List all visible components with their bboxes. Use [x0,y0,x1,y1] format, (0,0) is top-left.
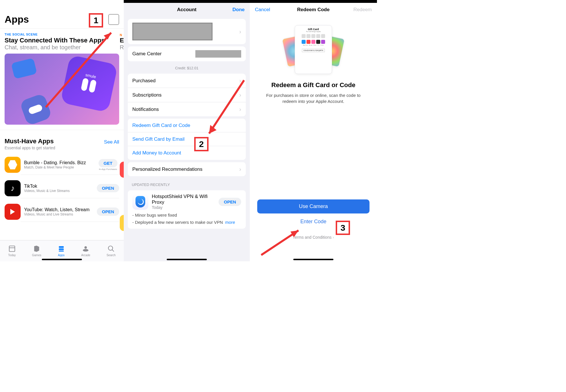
tab-search[interactable]: Search [107,245,116,257]
svg-line-0 [46,33,111,107]
next-featured-peek: N E R [120,33,124,51]
apple-id-cell[interactable]: › [128,19,246,44]
see-all-link[interactable]: See All [104,139,119,145]
modal-title: Redeem Code [297,7,329,13]
svg-rect-5 [59,248,64,250]
tab-arcade[interactable]: Arcade [81,245,90,257]
changelog-line: - Minor bugs were fixed [128,211,246,219]
section-subtitle: Essential apps to get started [0,145,124,153]
app-row-tiktok[interactable]: ♪ TikTok Videos, Music & Live Streams OP… [0,177,124,200]
redacted-nickname [195,50,241,58]
apps-tab-screen: Apps 1 THE SOCIAL SCENE Stay Connected W… [0,0,124,261]
open-button[interactable]: OPEN [219,198,241,206]
svg-rect-6 [59,251,64,252]
redeem-button-disabled: Redeem [353,7,372,13]
chevron-right-icon: › [239,28,241,35]
update-row-hotspotshield[interactable]: HotspotShield VPN & Wifi Proxy Today OPE… [128,190,246,211]
home-indicator[interactable] [167,259,207,260]
svg-point-7 [83,249,89,252]
home-indicator[interactable] [42,259,82,260]
bumble-icon [5,157,21,173]
svg-rect-2 [9,246,15,252]
step-marker-2: 2 [194,137,209,151]
add-money-cell[interactable]: Add Money to Account [128,146,246,160]
page-title: Apps [5,14,29,25]
account-avatar-button[interactable] [108,14,119,25]
credit-balance: Credit: $12.01 [124,64,250,71]
redeem-heading: Redeem a Gift Card or Code [250,81,377,89]
sample-code: YDVZVXWYLYDXQRTK [302,49,325,52]
personalized-recs-cell[interactable]: Personalized Recommendations› [128,162,246,176]
youtube-icon [5,204,21,220]
tiktok-icon: ♪ [5,180,21,196]
cancel-button[interactable]: Cancel [255,7,270,13]
chevron-right-icon: › [333,235,334,240]
get-button[interactable]: GET [99,159,118,167]
modal-title: Account [177,7,196,13]
tab-games[interactable]: Games [32,245,41,257]
home-indicator[interactable] [293,259,333,260]
svg-point-8 [84,246,87,249]
svg-rect-4 [59,246,64,248]
step-marker-3: 3 [336,221,350,235]
bottom-tab-bar: Today Games Apps Arcade Search [0,240,124,261]
app-row-peek [120,215,124,231]
zoom-app-icon [11,58,37,79]
tab-today[interactable]: Today [8,245,16,257]
tab-apps[interactable]: Apps [58,245,65,257]
app-row-peek [120,162,124,178]
chevron-right-icon: › [239,166,241,173]
step-marker-1: 1 [89,13,103,28]
game-center-cell[interactable]: Game Center [128,46,246,61]
use-camera-button[interactable]: Use Camera [257,199,370,213]
svg-line-11 [209,80,244,134]
section-title-must-have: Must-Have Apps [5,138,54,145]
redeem-code-screen: Cancel Redeem Code Redeem Gift Card For … [250,0,377,261]
redeem-description: For purchases in store or online, scan t… [250,89,377,108]
updated-recently-header: UPDATED RECENTLY [124,179,250,188]
app-row-bumble[interactable]: Bumble - Dating. Friends. Bizz Match, Da… [0,153,124,177]
hotspotshield-icon [132,194,148,210]
open-button[interactable]: OPEN [97,207,119,216]
account-modal-screen: Account Done › Game Center Credit: $12.0… [124,0,250,261]
open-button[interactable]: OPEN [97,184,119,192]
more-link[interactable]: more [225,220,235,225]
svg-point-9 [108,246,113,250]
app-row-youtube[interactable]: YouTube: Watch, Listen, Stream Videos, M… [0,200,124,224]
svg-line-10 [112,250,114,252]
done-button[interactable]: Done [233,7,245,13]
changelog-line: - Deployed a few new servers to make our… [128,219,246,226]
redacted-apple-id [132,23,213,40]
gift-card-illustration: Gift Card For all things Apple App Store… [285,25,342,74]
